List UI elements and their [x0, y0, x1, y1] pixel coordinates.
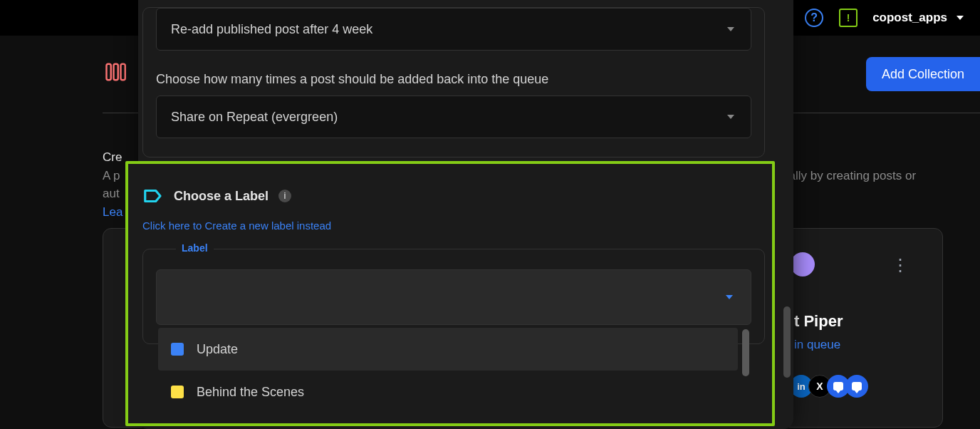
- account-switcher[interactable]: copost_apps: [872, 11, 966, 25]
- card-menu-button[interactable]: ⋮: [892, 255, 909, 275]
- repeat-instruction-label: Choose how many times a post should be a…: [156, 72, 751, 87]
- create-label-link[interactable]: Click here to Create a new label instead: [142, 219, 765, 232]
- modal-scrollbar[interactable]: [783, 306, 791, 378]
- queue-link[interactable]: in queue: [794, 338, 840, 352]
- options-scrollbar[interactable]: [742, 329, 749, 376]
- readd-interval-select[interactable]: Re-add published post after 4 week: [156, 8, 751, 51]
- label-select[interactable]: [156, 269, 751, 325]
- recycle-section: Re-add published post after 4 week Choos…: [142, 7, 765, 157]
- brand-icon[interactable]: [105, 61, 126, 83]
- chevron-down-icon: [725, 111, 736, 123]
- readd-interval-value: Re-add published post after 4 week: [171, 22, 372, 37]
- label-option-text: Update: [197, 342, 238, 357]
- label-option-text: Behind the Scenes: [197, 385, 304, 400]
- label-option[interactable]: Update: [158, 328, 738, 371]
- color-swatch: [171, 386, 184, 398]
- choose-label-title: Choose a Label: [174, 189, 269, 204]
- tag-icon: [142, 185, 164, 207]
- label-floating-label: Label: [176, 242, 214, 254]
- chevron-down-icon: [954, 12, 966, 24]
- svg-rect-2: [121, 64, 125, 81]
- choose-label-section: Choose a Label i Click here to Create a …: [142, 172, 765, 344]
- account-name: copost_apps: [872, 11, 947, 25]
- chat-icon: [845, 375, 868, 398]
- modal-dialog: Re-add published post after 4 week Choos…: [138, 0, 793, 429]
- svg-rect-0: [107, 64, 111, 81]
- color-swatch: [171, 343, 184, 356]
- repeat-type-select[interactable]: Share on Repeat (evergreen): [156, 95, 751, 138]
- svg-rect-1: [114, 64, 118, 81]
- chevron-down-icon: [724, 291, 735, 303]
- avatar: [791, 252, 815, 276]
- collection-title-fragment: t Piper: [794, 312, 843, 331]
- add-collection-button[interactable]: Add Collection: [866, 57, 980, 91]
- label-options-list: Update Behind the Scenes: [158, 328, 738, 413]
- learn-more-link[interactable]: Lea: [103, 205, 123, 219]
- repeat-type-value: Share on Repeat (evergreen): [171, 110, 338, 125]
- label-option[interactable]: Behind the Scenes: [158, 371, 738, 413]
- social-badges: in X: [794, 375, 868, 398]
- help-icon[interactable]: ?: [804, 8, 824, 28]
- feedback-icon[interactable]: [838, 8, 858, 28]
- info-icon[interactable]: i: [278, 190, 291, 202]
- intro-heading-fragment: Cre: [103, 150, 122, 164]
- chevron-down-icon: [725, 24, 736, 35]
